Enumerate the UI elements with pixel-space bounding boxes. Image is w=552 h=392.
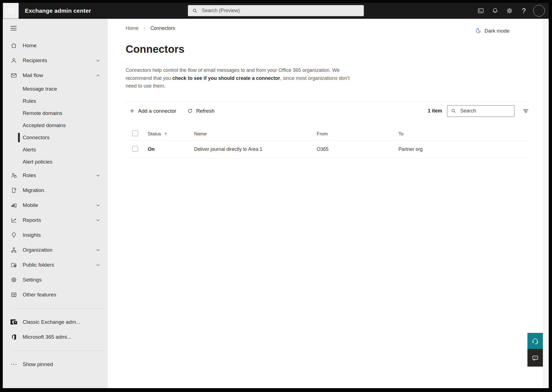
sidebar-item-microsoft-365-admin[interactable]: Microsoft 365 admi... [3,330,108,344]
plus-icon [129,108,135,114]
page-description: Connectors help control the flow of emai… [126,66,361,90]
chevron-down-icon [95,247,101,253]
terminal-button[interactable] [474,3,488,19]
sidebar-item-classic-exchange-admin[interactable]: E ✕ Classic Exchange adm... [3,315,108,330]
refresh-icon [187,108,193,114]
dark-mode-toggle[interactable]: Dark mode [475,28,509,34]
sidebar-item-insights[interactable]: Insights [3,228,108,243]
floating-buttons [527,333,543,367]
search-icon [192,8,198,14]
sidebar-item-accepted-domains[interactable]: Accepted domains [3,119,108,131]
gear-icon [506,7,513,14]
scrollbar-track [543,19,549,388]
support-button[interactable] [527,333,543,349]
filter-button[interactable] [522,107,529,115]
list-search-box [447,105,514,117]
ellipsis-icon [10,361,17,368]
home-icon [10,42,17,49]
headset-icon [531,337,539,345]
sidebar-item-rules[interactable]: Rules [3,95,108,107]
sidebar-nav: Home Recipients Mail flow Message trace … [3,38,108,302]
sidebar-item-reports[interactable]: Reports [3,213,108,228]
sidebar-divider [10,351,104,351]
sidebar-item-public-folders[interactable]: Public folders [3,257,108,272]
reports-icon [10,217,17,223]
other-features-icon [10,291,17,298]
sidebar-item-mail-flow[interactable]: Mail flow [3,68,108,83]
app-title: Exchange admin center [25,7,91,14]
column-header-to[interactable]: To [398,131,529,137]
app-launcher-button[interactable] [3,3,19,19]
mobile-icon [10,202,17,209]
sidebar-item-alerts[interactable]: Alerts [3,144,108,156]
collapse-sidebar-button[interactable] [10,26,17,30]
connectors-table: Status Name From To On Deliver journal d… [126,127,529,158]
row-to: Partner org [398,146,529,152]
sidebar-item-settings[interactable]: Settings [3,272,108,287]
moon-icon [475,28,481,34]
settings-button[interactable] [502,3,517,19]
row-status: On [148,146,194,152]
column-header-name[interactable]: Name [194,131,317,137]
sidebar-divider [10,308,104,309]
row-checkbox[interactable] [132,146,138,152]
global-search-input[interactable] [201,7,360,14]
sidebar-item-message-trace[interactable]: Message trace [3,83,108,95]
column-header-from[interactable]: From [317,131,398,137]
roles-icon [10,172,17,179]
feedback-button[interactable] [527,349,543,367]
bell-icon [492,7,498,14]
chevron-up-icon [95,72,101,78]
chat-bubble-icon [532,354,539,362]
search-icon [451,108,456,114]
sidebar-item-organization[interactable]: Organization [3,243,108,257]
column-header-status[interactable]: Status [148,131,194,137]
breadcrumb: Home Connectors [126,25,529,31]
chevron-down-icon [95,217,101,223]
chevron-right-icon [142,26,147,30]
list-toolbar: Add a connector Refresh 1 item [126,102,529,120]
select-all-checkbox[interactable] [132,130,138,136]
sidebar-item-mobile[interactable]: Mobile [3,198,108,213]
terminal-icon [477,7,484,14]
create-connector-check-link[interactable]: check to see if you should create a conn… [172,75,280,81]
sidebar-item-remote-domains[interactable]: Remote domains [3,107,108,119]
main-content: Home Connectors Dark mode Connectors Con… [108,19,543,388]
list-search-input[interactable] [460,108,511,114]
migration-icon [10,187,17,194]
sidebar-item-roles[interactable]: Roles [3,168,108,183]
breadcrumb-home-link[interactable]: Home [126,25,139,31]
page-title: Connectors [126,43,529,55]
app-launcher-icon [8,8,14,14]
row-name: Deliver journal directly to Area 1 [194,146,317,152]
help-button[interactable]: ? [517,3,531,19]
table-row[interactable]: On Deliver journal directly to Area 1 O3… [126,141,529,158]
sidebar-item-other-features[interactable]: Other features [3,287,108,302]
classic-exchange-icon: E ✕ [10,319,17,325]
sidebar: Home Recipients Mail flow Message trace … [3,19,108,388]
chevron-down-icon [95,262,101,268]
person-icon [10,57,17,64]
notifications-button[interactable] [488,3,502,19]
refresh-button[interactable]: Refresh [187,108,215,114]
chevron-down-icon [95,57,101,64]
public-folders-icon [10,262,17,268]
table-header-row: Status Name From To [126,127,529,141]
sidebar-item-home[interactable]: Home [3,38,108,53]
add-connector-button[interactable]: Add a connector [129,108,176,114]
gear-icon [10,277,17,283]
account-avatar[interactable] [533,5,545,17]
sidebar-item-alert-policies[interactable]: Alert policies [3,156,108,168]
sidebar-item-connectors[interactable]: Connectors [3,131,108,144]
sidebar-item-recipients[interactable]: Recipients [3,53,108,68]
filter-icon [522,107,529,115]
top-bar: Exchange admin center ? [3,3,549,19]
mail-icon [10,72,17,79]
sidebar-item-migration[interactable]: Migration [3,183,108,198]
exchange-admin-center-window: Exchange admin center ? Home Recipients [3,3,549,388]
microsoft-365-icon [10,334,17,340]
show-pinned-button[interactable]: Show pinned [3,357,108,372]
dark-mode-label: Dark mode [485,28,509,34]
chevron-down-icon [95,202,101,208]
insights-icon [10,232,17,238]
